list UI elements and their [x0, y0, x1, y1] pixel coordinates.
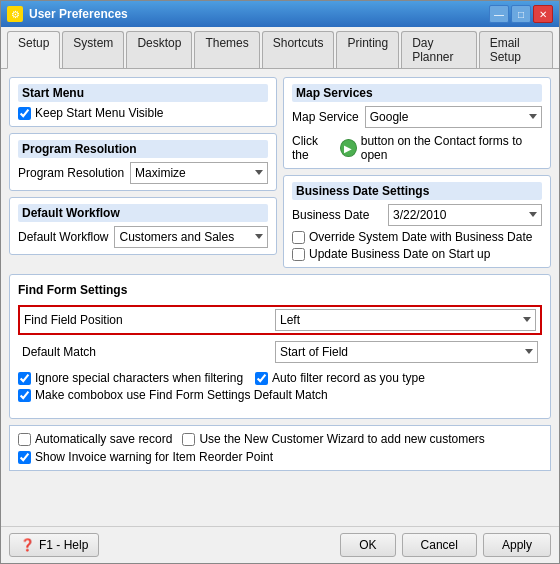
tabs-bar: Setup System Desktop Themes Shortcuts Pr… [1, 27, 559, 69]
action-buttons: OK Cancel Apply [340, 533, 551, 557]
footer: ❓ F1 - Help OK Cancel Apply [1, 526, 559, 563]
program-resolution-row: Program Resolution Maximize Normal Minim… [18, 162, 268, 184]
override-date-row: Override System Date with Business Date [292, 230, 542, 244]
business-date-section: Business Date Settings Business Date 3/2… [283, 175, 551, 268]
start-menu-title: Start Menu [18, 84, 268, 102]
business-date-row: Business Date 3/22/2010 [292, 204, 542, 226]
override-date-label: Override System Date with Business Date [309, 230, 532, 244]
program-resolution-label: Program Resolution [18, 166, 124, 180]
right-column: Map Services Map Service Google Bing Yah… [283, 77, 551, 268]
business-date-select[interactable]: 3/22/2010 [388, 204, 542, 226]
auto-save-label: Automatically save record [35, 432, 172, 446]
auto-filter-checkbox[interactable] [255, 372, 268, 385]
map-service-row: Map Service Google Bing Yahoo [292, 106, 542, 128]
map-button-icon: ▶ [340, 139, 357, 157]
tab-printing[interactable]: Printing [336, 31, 399, 68]
close-button[interactable]: ✕ [533, 5, 553, 23]
find-field-position-label: Find Field Position [24, 313, 275, 327]
map-click-row: Click the ▶ button on the Contact forms … [292, 134, 542, 162]
help-button[interactable]: ❓ F1 - Help [9, 533, 99, 557]
main-content: Start Menu Keep Start Menu Visible Progr… [1, 69, 559, 526]
make-combobox-row: Make combobox use Find Form Settings Def… [18, 388, 542, 402]
top-row: Start Menu Keep Start Menu Visible Progr… [9, 77, 551, 268]
window-controls: — □ ✕ [489, 5, 553, 23]
find-form-section: Find Form Settings Find Field Position L… [9, 274, 551, 419]
program-resolution-section: Program Resolution Program Resolution Ma… [9, 133, 277, 191]
invoice-warning-row: Show Invoice warning for Item Reorder Po… [18, 450, 542, 464]
program-resolution-title: Program Resolution [18, 140, 268, 158]
default-workflow-row: Default Workflow Customers and Sales All… [18, 226, 268, 248]
update-date-row: Update Business Date on Start up [292, 247, 542, 261]
new-customer-checkbox[interactable] [182, 433, 195, 446]
default-workflow-select[interactable]: Customers and Sales All None [114, 226, 268, 248]
new-customer-cb-row: Use the New Customer Wizard to add new c… [182, 432, 484, 446]
tab-day-planner[interactable]: Day Planner [401, 31, 476, 68]
default-match-label: Default Match [22, 345, 275, 359]
default-workflow-section: Default Workflow Default Workflow Custom… [9, 197, 277, 255]
keep-start-menu-checkbox[interactable] [18, 107, 31, 120]
bottom-checkboxes-section: Automatically save record Use the New Cu… [9, 425, 551, 471]
ignore-special-chars-label: Ignore special characters when filtering [35, 371, 243, 385]
new-customer-label: Use the New Customer Wizard to add new c… [199, 432, 484, 446]
override-date-checkbox[interactable] [292, 231, 305, 244]
map-services-title: Map Services [292, 84, 542, 102]
help-icon: ❓ [20, 538, 35, 552]
click-text-2: button on the Contact forms to open [361, 134, 542, 162]
keep-start-menu-row: Keep Start Menu Visible [18, 106, 268, 120]
map-services-section: Map Services Map Service Google Bing Yah… [283, 77, 551, 169]
tab-themes[interactable]: Themes [194, 31, 259, 68]
business-date-label: Business Date [292, 208, 382, 222]
make-combobox-checkbox[interactable] [18, 389, 31, 402]
program-resolution-select[interactable]: Maximize Normal Minimize [130, 162, 268, 184]
find-form-checkboxes: Ignore special characters when filtering… [18, 371, 542, 402]
help-label: F1 - Help [39, 538, 88, 552]
default-match-select[interactable]: Start of Field Any Part of Field Exact M… [275, 341, 538, 363]
title-bar: ⚙ User Preferences — □ ✕ [1, 1, 559, 27]
invoice-warning-checkbox[interactable] [18, 451, 31, 464]
map-service-label: Map Service [292, 110, 359, 124]
start-menu-section: Start Menu Keep Start Menu Visible [9, 77, 277, 127]
invoice-warning-label: Show Invoice warning for Item Reorder Po… [35, 450, 273, 464]
business-date-title: Business Date Settings [292, 182, 542, 200]
find-form-title: Find Form Settings [18, 283, 542, 297]
window-title: User Preferences [29, 7, 128, 21]
ignore-special-chars-checkbox[interactable] [18, 372, 31, 385]
ignore-special-chars-row: Ignore special characters when filtering… [18, 371, 542, 385]
default-match-row: Default Match Start of Field Any Part of… [18, 339, 542, 365]
auto-save-cb-row: Automatically save record [18, 432, 172, 446]
auto-filter-label: Auto filter record as you type [272, 371, 425, 385]
ok-button[interactable]: OK [340, 533, 395, 557]
main-window: ⚙ User Preferences — □ ✕ Setup System De… [0, 0, 560, 564]
update-date-checkbox[interactable] [292, 248, 305, 261]
default-workflow-label: Default Workflow [18, 230, 108, 244]
auto-save-row: Automatically save record Use the New Cu… [18, 432, 542, 446]
find-field-position-select[interactable]: Left Right Top Bottom [275, 309, 536, 331]
find-field-position-row: Find Field Position Left Right Top Botto… [18, 305, 542, 335]
window-icon: ⚙ [7, 6, 23, 22]
tab-system[interactable]: System [62, 31, 124, 68]
default-workflow-title: Default Workflow [18, 204, 268, 222]
map-service-select[interactable]: Google Bing Yahoo [365, 106, 542, 128]
make-combobox-label: Make combobox use Find Form Settings Def… [35, 388, 328, 402]
cancel-button[interactable]: Cancel [402, 533, 477, 557]
tab-shortcuts[interactable]: Shortcuts [262, 31, 335, 68]
tab-email-setup[interactable]: Email Setup [479, 31, 553, 68]
left-column: Start Menu Keep Start Menu Visible Progr… [9, 77, 277, 268]
update-date-label: Update Business Date on Start up [309, 247, 490, 261]
minimize-button[interactable]: — [489, 5, 509, 23]
maximize-button[interactable]: □ [511, 5, 531, 23]
auto-save-checkbox[interactable] [18, 433, 31, 446]
tab-desktop[interactable]: Desktop [126, 31, 192, 68]
click-text-1: Click the [292, 134, 336, 162]
apply-button[interactable]: Apply [483, 533, 551, 557]
tab-setup[interactable]: Setup [7, 31, 60, 69]
keep-start-menu-label: Keep Start Menu Visible [35, 106, 164, 120]
